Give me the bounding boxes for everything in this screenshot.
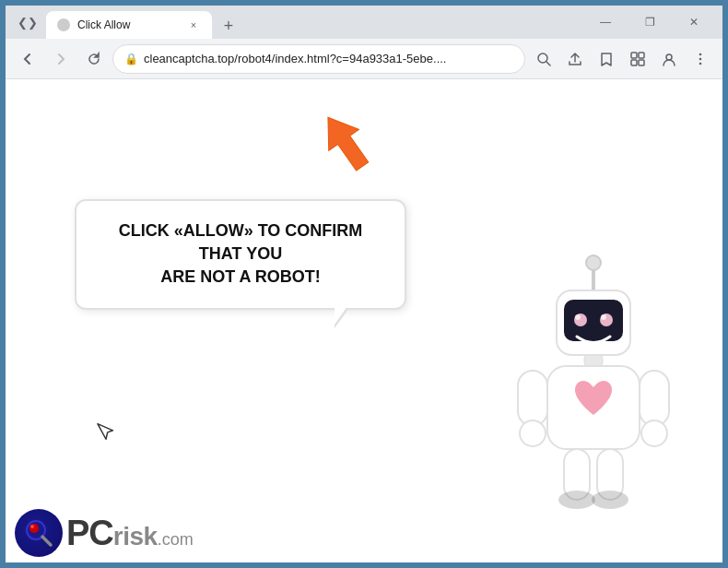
reload-button[interactable] xyxy=(79,44,109,74)
title-bar: ❮❯ Click Allow × + — ❐ ✕ xyxy=(6,6,722,39)
tab-close-button[interactable]: × xyxy=(186,18,201,32)
robot-illustration xyxy=(501,249,686,507)
svg-rect-24 xyxy=(640,371,669,426)
svg-marker-10 xyxy=(313,107,378,177)
svg-point-30 xyxy=(592,491,628,509)
share-button[interactable] xyxy=(560,44,590,74)
risk-label: risk xyxy=(113,522,158,551)
toolbar: 🔒 cleancaptcha.top/robot4/index.html?c=9… xyxy=(6,39,722,79)
address-bar[interactable]: 🔒 cleancaptcha.top/robot4/index.html?c=9… xyxy=(112,44,525,74)
svg-line-1 xyxy=(546,62,550,65)
back-button[interactable] xyxy=(13,44,42,74)
extension-button[interactable] xyxy=(623,44,652,74)
pc-label: PC xyxy=(66,514,113,553)
svg-rect-4 xyxy=(631,60,637,65)
window-controls: — ❐ ✕ xyxy=(584,7,715,37)
browser-window: ❮❯ Click Allow × + — ❐ ✕ 🔒 xyxy=(3,3,725,565)
tab-title: Click Allow xyxy=(77,18,179,31)
new-tab-button[interactable]: + xyxy=(216,13,241,39)
bubble-text: CLICK «ALLOW» TO CONFIRM THAT YOU ARE NO… xyxy=(99,219,382,290)
url-text: cleancaptcha.top/robot4/index.html?c=94a… xyxy=(144,52,513,65)
pcrisk-text: PC risk .com xyxy=(66,514,194,553)
svg-point-7 xyxy=(699,53,702,55)
svg-rect-21 xyxy=(584,355,603,366)
pcrisk-logo xyxy=(15,509,63,557)
svg-point-33 xyxy=(30,525,34,528)
maximize-button[interactable]: ❐ xyxy=(628,7,671,37)
speech-bubble: CLICK «ALLOW» TO CONFIRM THAT YOU ARE NO… xyxy=(75,199,406,310)
svg-line-34 xyxy=(42,537,51,545)
tab-menu-icon[interactable]: ❮❯ xyxy=(13,7,42,37)
toolbar-icons xyxy=(529,44,715,74)
svg-rect-5 xyxy=(639,60,644,65)
svg-point-20 xyxy=(601,314,606,320)
active-tab[interactable]: Click Allow × xyxy=(46,11,212,39)
svg-point-26 xyxy=(641,420,667,446)
lock-icon: 🔒 xyxy=(124,53,138,65)
page-content: CLICK «ALLOW» TO CONFIRM THAT YOU ARE NO… xyxy=(6,79,722,562)
svg-point-12 xyxy=(586,255,601,270)
svg-point-8 xyxy=(699,57,702,60)
pcrisk-watermark: PC risk .com xyxy=(6,503,203,562)
minimize-button[interactable]: — xyxy=(584,7,627,37)
tab-favicon xyxy=(57,18,70,31)
svg-rect-3 xyxy=(639,53,644,58)
arrow-indicator xyxy=(310,107,383,184)
close-button[interactable]: ✕ xyxy=(673,7,715,37)
tab-area: Click Allow × + xyxy=(46,6,581,39)
forward-button[interactable] xyxy=(46,44,76,74)
profile-button[interactable] xyxy=(654,44,684,74)
search-button[interactable] xyxy=(529,44,558,74)
svg-point-9 xyxy=(699,62,702,65)
svg-point-6 xyxy=(666,54,672,60)
svg-rect-2 xyxy=(631,53,637,58)
svg-point-19 xyxy=(575,314,581,320)
bookmark-button[interactable] xyxy=(592,44,621,74)
mouse-cursor xyxy=(96,419,119,448)
com-label: .com xyxy=(158,530,194,550)
svg-point-32 xyxy=(29,524,39,533)
menu-button[interactable] xyxy=(686,44,715,74)
svg-rect-23 xyxy=(518,371,547,426)
svg-point-29 xyxy=(558,491,595,509)
svg-point-25 xyxy=(520,420,546,446)
